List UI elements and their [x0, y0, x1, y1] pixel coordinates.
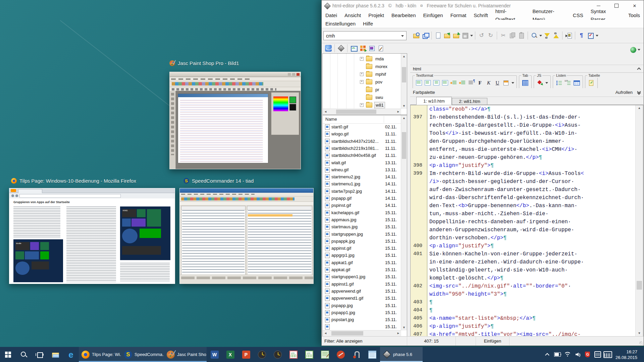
toolbar-lens-button[interactable]: [530, 31, 539, 40]
format-k-button[interactable]: K: [485, 79, 493, 87]
file-row[interactable]: appkat.gif15.11.: [323, 266, 401, 273]
treebar-imgchart-button[interactable]: [349, 44, 358, 53]
file-row[interactable]: startbildsch940x458.gif11.11.: [323, 152, 401, 159]
menu-item-einstellungen[interactable]: Einstellungen: [322, 20, 359, 28]
aufrollen-label[interactable]: Aufrollen: [615, 90, 633, 95]
treebar-tiles-button[interactable]: [358, 44, 367, 53]
format-tdoc-button[interactable]: [587, 79, 595, 87]
battery-icon[interactable]: [552, 347, 562, 362]
taskbar-button-speedcomma[interactable]: SpeedComma...: [121, 347, 164, 362]
toolbar-copy-button[interactable]: [508, 31, 517, 40]
volume-icon[interactable]: [573, 347, 583, 362]
file-list-horizontal-scrollbar[interactable]: ◄ ►: [323, 330, 401, 336]
file-row[interactable]: appinst1.gif15.11.: [323, 281, 401, 288]
file-row[interactable]: wlogo.gif11.11.: [323, 130, 401, 137]
taskbar-button-cmred[interactable]: [285, 347, 301, 362]
tree-item-mda[interactable]: +mda: [323, 55, 407, 62]
toolbar-pilcrow-button[interactable]: [577, 31, 586, 40]
taskbar-button-word[interactable]: [207, 347, 222, 362]
format-tablegrid-button[interactable]: [573, 79, 581, 87]
file-row[interactable]: startbildsch2219x1081...11.11.: [323, 145, 401, 152]
file-row[interactable]: kachelapps.gif15.11.: [323, 209, 401, 216]
chevron-down-icon[interactable]: [470, 31, 473, 40]
taskbar-button-excel[interactable]: [222, 347, 238, 362]
preview-thumbnail-speedcommander[interactable]: [179, 188, 314, 284]
file-row[interactable]: appverwend.gif15.11.: [323, 288, 401, 295]
file-row[interactable]: startgruppen.jpg15.11.: [323, 231, 401, 238]
file-row[interactable]: pspapp.jpg15.11.: [323, 302, 401, 309]
tree-item-pr[interactable]: pr: [323, 86, 407, 93]
menu-item-einf-gen[interactable]: Einfügen: [419, 11, 446, 19]
taskbar-button-powerpoint[interactable]: [238, 347, 254, 362]
tab-2-w81-htm[interactable]: 2: w81.htm: [452, 98, 487, 105]
code-vertical-scrollbar[interactable]: ▲ ▼: [635, 105, 643, 336]
file-list-vertical-scrollbar[interactable]: ▲ ▼: [401, 115, 407, 330]
toolbar-newdoc-button[interactable]: [433, 31, 442, 40]
file-row[interactable]: startmenu2.jpg14.11.: [323, 173, 401, 180]
tree-item-mphif[interactable]: +mphif: [323, 71, 407, 77]
tree-vertical-scrollbar[interactable]: ▲ ▼: [401, 54, 407, 109]
taskbar-button-jasc-paint-sho[interactable]: Jasc Paint Sho...: [164, 347, 207, 362]
chevron-down-icon[interactable]: [539, 31, 542, 40]
comment-icon[interactable]: [593, 347, 603, 362]
toolbar-browse-button[interactable]: [412, 31, 421, 40]
taskbar-button-redtool[interactable]: [333, 347, 348, 362]
preview-browser-button[interactable]: [630, 45, 641, 54]
tree-expand-icon[interactable]: +: [360, 72, 364, 76]
chevron-down-icon[interactable]: [545, 78, 548, 87]
taskbar-clock[interactable]: 16:27 26.08.2015: [613, 349, 641, 360]
format-olist-button[interactable]: [564, 79, 572, 87]
file-row[interactable]: appmaus.jpg15.11.: [323, 216, 401, 223]
taskbar-button-notepad[interactable]: [364, 347, 380, 362]
menu-item-bearbeiten[interactable]: Bearbeiten: [388, 11, 420, 19]
treebar-ie-button[interactable]: [324, 44, 333, 53]
file-row[interactable]: wlneu.gif13.11.: [323, 166, 401, 173]
treebar-disk-button[interactable]: [367, 44, 376, 53]
preview-thumbnail-firefox[interactable]: Gruppieren von Apps auf der Startseite k…: [9, 188, 175, 284]
file-row[interactable]: start0.gif02.11.: [323, 123, 401, 130]
collapse-up-icon[interactable]: [637, 67, 641, 70]
tab-1-w10-htm[interactable]: 1: w10.htm: [416, 97, 452, 105]
file-row[interactable]: startmenu1.jpg14.11.: [323, 180, 401, 187]
taskbar-button-clock1[interactable]: [254, 347, 270, 362]
file-row[interactable]: pspappk.jpg15.11.: [323, 238, 401, 245]
tree-expand-icon[interactable]: +: [360, 103, 364, 107]
format-indminus-button[interactable]: [459, 79, 467, 87]
menu-item-schrift[interactable]: Schrift: [470, 11, 492, 19]
format-ulist-button[interactable]: [555, 79, 563, 87]
folder-tree[interactable]: +mdamorex+mphif+povprswu+w81 ▲ ▼ ◄ ►: [322, 53, 407, 115]
file-row[interactable]: pspinst.gif14.11.: [323, 202, 401, 209]
file-row[interactable]: startw7psp2.jpg14.11.: [323, 188, 401, 195]
menu-item-datei[interactable]: Datei: [322, 11, 341, 19]
taskbar-button-cmgreen[interactable]: [301, 347, 317, 362]
chevron-down-icon[interactable]: [595, 31, 599, 40]
format-tabgrid-button[interactable]: [521, 79, 529, 87]
taskbar-button-greendoc[interactable]: [317, 347, 333, 362]
treebar-diamond-button[interactable]: [336, 44, 345, 53]
file-row[interactable]: appkat1.gif15.11.: [323, 259, 401, 266]
format-hilite-button[interactable]: [502, 79, 510, 87]
menu-item-projekt[interactable]: Projekt: [365, 11, 388, 19]
file-row[interactable]: startgruppen1.jpg15.11.: [323, 273, 401, 280]
menu-item-hilfe[interactable]: Hilfe: [359, 20, 377, 28]
taskbar-button-phase-5-6[interactable]: phase 5.6: [380, 347, 423, 362]
toolbar-idup-button[interactable]: [551, 31, 560, 40]
file-row[interactable]: appinst.gif15.11.: [323, 245, 401, 252]
panel-splitter[interactable]: [407, 43, 410, 337]
taskbar-button-search[interactable]: [16, 347, 32, 362]
file-list[interactable]: Name start0.gif02.11.wlogo.gif11.11.star…: [322, 115, 407, 337]
taskbar-button-cliptool[interactable]: [348, 347, 364, 362]
chevron-up-icon[interactable]: [542, 347, 552, 362]
code-editor[interactable]: class="reob"·></a>¶397In·nebenstehendem·…: [410, 105, 643, 337]
format-indplus-button[interactable]: [450, 79, 458, 87]
preview-thumbnail-psp[interactable]: [169, 72, 301, 169]
toolbar-undo-button[interactable]: [477, 31, 486, 40]
taskbar-button-edge[interactable]: [63, 347, 79, 362]
taskbar-button-clock2[interactable]: [270, 347, 285, 362]
toolbar-winstack-button[interactable]: [421, 31, 430, 40]
format-paralines-button[interactable]: [467, 79, 475, 87]
tree-expand-icon[interactable]: +: [360, 57, 364, 61]
farbpalette-header[interactable]: Farbpalette Aufrollen: [410, 88, 643, 97]
file-row[interactable]: 15.11.: [323, 323, 401, 330]
file-row[interactable]: startbildsch4437x2162...11.11.: [323, 138, 401, 145]
